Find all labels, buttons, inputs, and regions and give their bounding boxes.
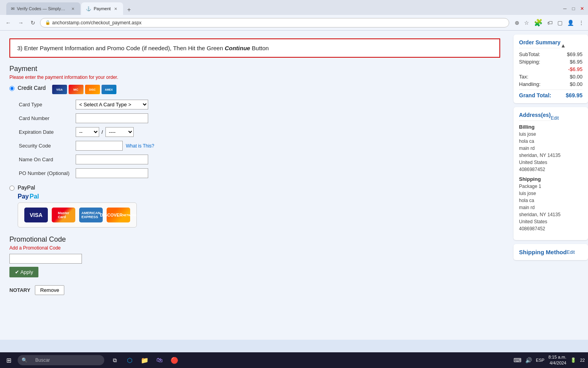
forward-button[interactable]: → <box>16 18 26 27</box>
billing-city-state-zip: sheridan, NY 14135 <box>519 152 583 159</box>
card-type-select[interactable]: < Select A Card Type > Visa MasterCard D… <box>76 100 148 109</box>
paypal-label[interactable]: PayPal <box>18 184 137 191</box>
sidebar: Order Summary ▲ SubTotal: $69.95 Shippin… <box>510 31 588 340</box>
paypal-visa-icon: VISA <box>24 208 48 222</box>
maximize-button[interactable]: □ <box>571 6 576 11</box>
card-number-label: Card Number <box>19 115 76 121</box>
nav-icons: ⊕ ☆ 🧩 🏷 ▢ 👤 ⋮ <box>514 18 585 28</box>
security-code-input[interactable] <box>76 141 123 151</box>
back-button[interactable]: ← <box>3 18 13 27</box>
expiration-date-controls: -- 01020304 05060708 09101112 / ---- 202… <box>76 127 134 137</box>
paypal-logo: PayPal <box>18 193 137 200</box>
url-text: anchorstamp.com/checkout_payment.aspx <box>52 20 142 26</box>
extension-icon1[interactable]: 🧩 <box>533 18 543 28</box>
paypal-radio[interactable] <box>9 186 15 191</box>
security-code-label: Security Code <box>19 143 76 149</box>
window-controls-right: ─ □ ✕ <box>562 6 585 11</box>
extension-icon2[interactable]: 🏷 <box>546 19 554 27</box>
credit-card-radio[interactable] <box>9 86 15 91</box>
exp-separator: / <box>102 129 103 135</box>
credit-card-label[interactable]: Credit Card <box>18 85 46 91</box>
billing-address: luis jose hola ca main rd sheridan, NY 1… <box>519 131 583 173</box>
shipping-row: Shipping: $6.95 <box>519 59 583 65</box>
card-type-row: Card Type < Select A Card Type > Visa Ma… <box>19 100 500 109</box>
remove-promo-button[interactable]: Remove <box>35 285 64 295</box>
payment-section-title: Payment <box>9 65 500 73</box>
shipping-title: Shipping <box>519 176 583 182</box>
subtotal-row: SubTotal: $69.95 <box>519 51 583 57</box>
card-number-input[interactable] <box>76 113 148 123</box>
handling-label: Handling: <box>519 81 541 87</box>
lock-icon: 🔒 <box>45 20 51 25</box>
bookmark-icon[interactable]: ☆ <box>523 19 530 27</box>
shipping-label: Shipping: <box>519 59 540 65</box>
applied-promo-code: NOTARY <box>9 287 30 293</box>
close-button[interactable]: ✕ <box>579 6 585 11</box>
tab-close-verify[interactable]: ✕ <box>70 6 76 11</box>
apply-button[interactable]: ✔ Apply <box>9 267 38 277</box>
tab-payment[interactable]: ⚓ Payment ✕ <box>81 2 123 15</box>
visa-card-icon: VISA <box>52 85 67 94</box>
url-bar[interactable]: 🔒 anchorstamp.com/checkout_payment.aspx <box>40 18 509 27</box>
addresses-header: Address(es) Edit <box>519 112 583 124</box>
name-on-card-row: Name On Card <box>19 155 500 164</box>
title-bar: ✉ Verify Codes — SimplyCodes ✕ ⚓ Payment… <box>0 0 588 15</box>
instruction-text-before: 3) Enter Payment Information and Promo C… <box>17 45 225 51</box>
tab-close-payment[interactable]: ✕ <box>113 6 118 11</box>
shipping-phone: 4086987452 <box>519 225 583 232</box>
addresses-title: Address(es) <box>519 112 551 121</box>
tab-icon-anchor: ⚓ <box>86 6 91 11</box>
grand-total-label: Grand Total: <box>519 92 551 98</box>
billing-address1: hola ca <box>519 138 583 145</box>
tab-title-verify: Verify Codes — SimplyCodes <box>17 6 68 11</box>
card-number-row: Card Number <box>19 113 500 123</box>
order-summary-title: Order Summary <box>519 39 561 48</box>
exp-month-select[interactable]: -- 01020304 05060708 09101112 <box>76 127 99 137</box>
minimize-button[interactable]: ─ <box>562 6 568 11</box>
tab-bar: ✉ Verify Codes — SimplyCodes ✕ ⚓ Payment… <box>3 2 562 15</box>
handling-value: $0.00 <box>570 81 583 87</box>
order-summary-header: Order Summary ▲ <box>519 39 583 51</box>
addresses-edit-link[interactable]: Edit <box>551 115 559 121</box>
reload-button[interactable]: ↻ <box>28 18 38 27</box>
tax-value: $0.00 <box>570 74 583 80</box>
shipping-value: $6.95 <box>570 59 583 65</box>
paypal-discover-icon: DISCOVERNETWORK <box>107 208 130 222</box>
tab-verify-codes[interactable]: ✉ Verify Codes — SimplyCodes ✕ <box>6 2 80 15</box>
paypal-cards-box: VISA MasterCard AMERICANEXPRESS DISCOVER… <box>18 202 137 228</box>
shipping-method-card: Shipping Method Edit <box>514 244 588 260</box>
billing-country: United States <box>519 159 583 166</box>
credit-card-form: Card Type < Select A Card Type > Visa Ma… <box>19 100 500 178</box>
page-wrap: 3) Enter Payment Information and Promo C… <box>0 31 588 340</box>
name-on-card-input[interactable] <box>76 155 148 164</box>
shipping-method-edit-link[interactable]: Edit <box>567 250 575 255</box>
subtotal-value: $69.95 <box>567 51 583 57</box>
shipping-country: United States <box>519 218 583 225</box>
profile-icon[interactable]: 👤 <box>566 19 575 27</box>
promo-title: Promotional Code <box>9 235 500 244</box>
shipping-address2: main rd <box>519 204 583 211</box>
instruction-text-after: Button <box>250 45 269 51</box>
menu-icon[interactable]: ⋮ <box>578 19 585 27</box>
billing-phone: 4086987452 <box>519 166 583 173</box>
promo-applied-row: NOTARY Remove <box>9 285 500 295</box>
main-content: 3) Enter Payment Information and Promo C… <box>0 31 510 340</box>
tab-title-payment: Payment <box>94 6 111 11</box>
order-summary-collapse-btn[interactable]: ▲ <box>561 42 566 49</box>
shipping-name: luis jose <box>519 190 583 197</box>
order-divider <box>519 89 583 90</box>
promo-add-label: Add a Promotional Code <box>9 245 500 251</box>
screen-reader-icon[interactable]: ⊕ <box>514 19 520 27</box>
po-number-input[interactable] <box>76 168 148 178</box>
shipping-discount-value: -$6.95 <box>568 66 583 72</box>
new-tab-button[interactable]: + <box>124 5 134 15</box>
credit-card-option: Credit Card VISA MC DISC AMEX <box>9 85 500 94</box>
paypal-option: PayPal PayPal VISA MasterCard AMERICANEX… <box>9 184 500 228</box>
what-is-this-link[interactable]: What is This? <box>126 143 154 149</box>
promo-code-input[interactable] <box>9 254 82 264</box>
split-view-icon[interactable]: ▢ <box>557 19 563 27</box>
po-number-label: PO Number (Optional) <box>19 170 76 176</box>
tax-row: Tax: $0.00 <box>519 74 583 80</box>
exp-year-select[interactable]: ---- 2024202520262027 202820292030 <box>105 127 134 137</box>
shipping-method-header: Shipping Method Edit <box>519 249 583 255</box>
